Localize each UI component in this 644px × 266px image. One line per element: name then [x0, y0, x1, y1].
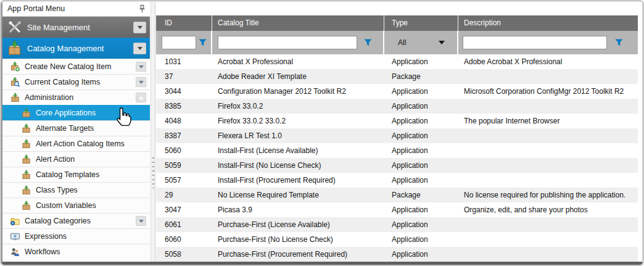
sidebar-item-label: Administration	[25, 93, 73, 102]
table-row[interactable]: 8387Flexera LR Test 1.0Application	[156, 128, 638, 143]
package-add-icon	[10, 62, 20, 72]
id-filter-funnel-icon[interactable]	[197, 37, 208, 48]
expand-arrow-button[interactable]	[136, 77, 146, 87]
sidebar-item-catalog-categories[interactable]: Catalog Categories	[2, 213, 150, 228]
table-row[interactable]: 1031Acrobat X ProfessionalApplicationAdo…	[156, 54, 638, 69]
sidebar-item-label: Custom Variables	[36, 201, 96, 210]
expand-arrow-button[interactable]	[136, 216, 146, 226]
cell-type: Application	[384, 232, 458, 247]
table-row[interactable]: 8385Firefox 33.0.2Application	[156, 99, 638, 114]
cell-id: 5057	[156, 173, 212, 188]
cell-id: 6060	[156, 232, 212, 247]
expand-arrow-button[interactable]	[133, 22, 146, 33]
sidebar-item-label: Workflows	[25, 247, 60, 256]
cell-id: 8385	[156, 99, 212, 114]
cell-description: Organize, edit, and share your photos	[458, 202, 638, 217]
type-filter-selected-value: All	[398, 38, 406, 47]
table-row[interactable]: 5059Install-First (No License Check)Appl…	[156, 158, 638, 173]
sidebar: App Portal Menu Site ManagementCatalog M…	[2, 2, 150, 262]
sidebar-item-label: Alternate Targets	[36, 124, 94, 133]
type-filter-dropdown[interactable]: All	[384, 38, 457, 47]
table-row[interactable]: 6060Purchase-First (No License Check)App…	[156, 232, 638, 247]
package-icon	[21, 154, 31, 165]
collapse-arrow-button[interactable]	[136, 93, 146, 102]
cell-description	[458, 69, 638, 84]
sidebar-item-custom-variables[interactable]: Custom Variables	[2, 197, 150, 213]
sidebar-item-alert-action-catalog-items[interactable]: Alert Action Catalog Items	[2, 136, 150, 151]
table-row[interactable]: 5060Install-First (License Available)App…	[156, 143, 638, 158]
cell-description	[458, 173, 638, 188]
column-header-description[interactable]: Description	[458, 15, 638, 31]
panel-splitter[interactable]	[151, 2, 155, 262]
column-header-id[interactable]: ID	[156, 15, 212, 31]
cell-type: Application	[384, 202, 458, 217]
package-icon	[21, 201, 31, 211]
cell-description	[458, 158, 638, 173]
sidebar-item-label: Alert Action	[36, 155, 75, 164]
expand-arrow-button[interactable]	[133, 43, 146, 54]
cell-type: Application	[384, 158, 458, 173]
chevron-down-icon	[138, 47, 142, 50]
catalog-title-filter-funnel-icon[interactable]	[362, 37, 373, 48]
sidebar-item-core-applications[interactable]: Core Applications	[2, 105, 150, 120]
sidebar-item-catalog-management[interactable]: Catalog Management	[2, 38, 150, 59]
monitor-icon	[10, 231, 20, 242]
cell-title: Acrobat X Professional	[212, 54, 384, 69]
sidebar-item-site-management[interactable]: Site Management	[2, 17, 150, 38]
cell-title: Adobe Reader XI Template	[212, 69, 384, 84]
cell-id: 3047	[156, 202, 212, 217]
sidebar-item-create-new-catalog-item[interactable]: Create New Catalog Item	[2, 59, 150, 74]
sidebar-item-label: Catalog Categories	[25, 217, 91, 225]
sidebar-item-current-catalog-items[interactable]: Current Catalog Items	[2, 74, 150, 89]
cell-id: 5060	[156, 143, 212, 158]
cell-title: Firefox 33.0.2 33.0.2	[212, 114, 384, 128]
cell-id: 6061	[156, 217, 212, 232]
column-header-type[interactable]: Type	[384, 15, 458, 31]
sidebar-item-label: Alert Action Catalog Items	[36, 139, 125, 148]
sidebar-item-expressions[interactable]: Expressions	[2, 228, 150, 244]
table-row[interactable]: 6061Purchase-First (License Available)Ap…	[156, 217, 638, 232]
table-row[interactable]: 5057Install-First (Procurement Required)…	[156, 173, 638, 188]
table-row[interactable]: 37Adobe Reader XI TemplatePackage	[156, 69, 638, 84]
filter-cell-id	[156, 31, 212, 54]
sidebar-item-workflows[interactable]: Workflows	[2, 244, 150, 259]
cell-description: No license required for publishing the a…	[458, 188, 638, 202]
sidebar-item-label: Catalog Management	[27, 44, 104, 53]
package-search-icon	[10, 77, 20, 88]
cell-type: Application	[384, 84, 458, 99]
package-icon	[21, 185, 31, 196]
cell-type: Package	[384, 69, 458, 84]
chevron-down-icon	[439, 41, 445, 44]
package-icon	[6, 40, 23, 57]
cell-title: Firefox 33.0.2	[212, 99, 384, 114]
table-row[interactable]: 29No License Required TemplatePackageNo …	[156, 188, 638, 202]
chevron-down-icon	[138, 26, 142, 29]
description-filter-funnel-icon[interactable]	[613, 37, 624, 48]
app-window-body: App Portal Menu Site ManagementCatalog M…	[1, 1, 643, 265]
table-row[interactable]: 4048Firefox 33.0.2 33.0.2ApplicationThe …	[156, 114, 638, 128]
sidebar-item-administration[interactable]: Administration	[2, 89, 150, 105]
chevron-up-icon	[139, 96, 144, 99]
catalog-title-filter-input[interactable]	[218, 36, 357, 49]
sidebar-item-class-types[interactable]: Class Types	[2, 182, 150, 197]
sidebar-item-label: Catalog Templates	[36, 170, 99, 179]
sidebar-item-alternate-targets[interactable]: Alternate Targets	[2, 120, 150, 136]
sidebar-item-alert-action[interactable]: Alert Action	[2, 151, 150, 167]
cell-description	[458, 128, 638, 143]
table-row[interactable]: 3044Configuration Manager 2012 Toolkit R…	[156, 84, 638, 99]
package-icon	[21, 108, 31, 118]
description-filter-input[interactable]	[463, 36, 607, 49]
catalog-items-grid: ID Catalog Title Type Description	[156, 2, 638, 262]
table-row[interactable]: 5058Purchase-First (Procurement Required…	[156, 247, 638, 262]
sidebar-item-catalog-templates[interactable]: Catalog Templates	[2, 167, 150, 182]
id-filter-input[interactable]	[162, 36, 196, 49]
grid-header-row: ID Catalog Title Type Description	[156, 15, 638, 31]
chevron-down-icon	[139, 220, 144, 223]
chevron-down-icon	[139, 65, 144, 69]
people-icon	[10, 247, 20, 257]
cell-id: 37	[156, 69, 212, 84]
pin-icon[interactable]	[137, 4, 147, 14]
table-row[interactable]: 3047Picasa 3.9ApplicationOrganize, edit,…	[156, 202, 638, 217]
column-header-catalog-title[interactable]: Catalog Title	[212, 15, 384, 31]
expand-arrow-button[interactable]	[136, 62, 146, 72]
